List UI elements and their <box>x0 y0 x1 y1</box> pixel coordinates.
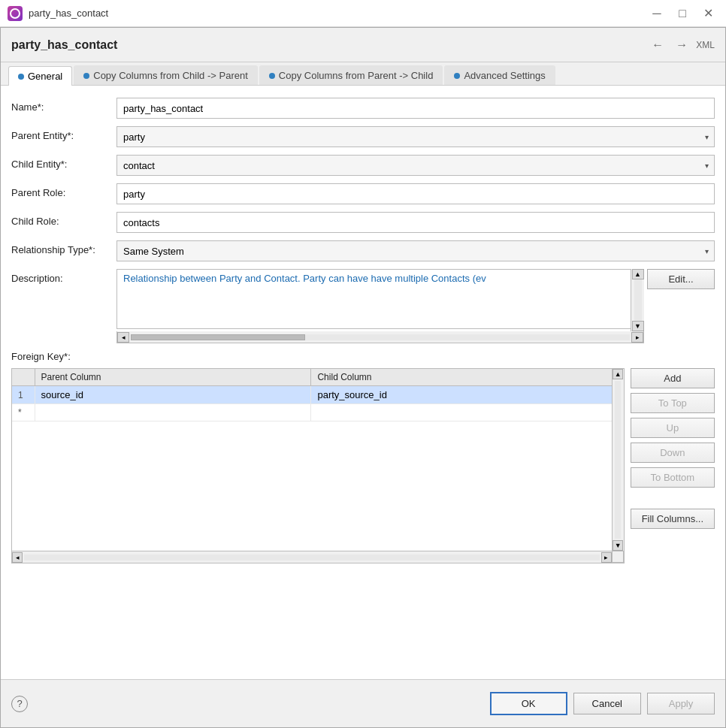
child-entity-field: contact ▾ <box>116 155 715 176</box>
name-row: Name*: <box>11 98 715 119</box>
parent-entity-select[interactable]: party <box>116 126 715 147</box>
fk-row-new-num: * <box>12 404 35 421</box>
tab-bar: General Copy Columns from Child -> Paren… <box>1 62 725 86</box>
description-label: Description: <box>11 269 116 284</box>
table-row[interactable]: * <box>12 404 623 421</box>
parent-entity-select-wrapper: party ▾ <box>116 126 715 147</box>
fk-col-child: Child Column <box>311 369 623 386</box>
fk-col-parent: Parent Column <box>35 369 311 386</box>
parent-role-label: Parent Role: <box>11 183 116 198</box>
tab-copy-parent-child[interactable]: Copy Columns from Parent -> Child <box>259 65 443 85</box>
parent-entity-field: party ▾ <box>116 126 715 147</box>
spacer <box>631 492 715 504</box>
fk-scrollbar-corner <box>612 551 624 563</box>
fk-v-scrollbar: ▲ ▼ <box>612 369 624 551</box>
fk-table: Parent Column Child Column 1 source_id p… <box>12 369 624 421</box>
description-content-wrapper: ▲ ▼ ◂ ▸ Edit... <box>116 269 715 343</box>
desc-scroll-right-btn[interactable]: ▸ <box>631 332 643 343</box>
fk-scroll-up-btn[interactable]: ▲ <box>613 369 623 379</box>
fk-section-label: Foreign Key*: <box>11 351 715 362</box>
fk-scroll-right-btn[interactable]: ▸ <box>601 552 612 563</box>
tab-dot-copy-child-parent <box>83 73 89 79</box>
child-role-input[interactable] <box>116 212 715 233</box>
fk-scroll-down-btn[interactable]: ▼ <box>613 540 623 551</box>
tab-copy-parent-child-label: Copy Columns from Parent -> Child <box>279 70 434 81</box>
app-icon <box>8 6 23 21</box>
cancel-button[interactable]: Cancel <box>573 693 641 714</box>
maximize-button[interactable]: □ <box>672 3 693 24</box>
description-textarea-outer: ▲ ▼ ◂ ▸ <box>116 269 644 343</box>
tab-copy-child-parent[interactable]: Copy Columns from Child -> Parent <box>74 65 258 85</box>
close-button[interactable]: ✕ <box>697 3 718 24</box>
child-role-label: Child Role: <box>11 212 116 227</box>
main-window: party_has_contact ← → XML General Copy C… <box>0 27 726 728</box>
ok-button[interactable]: OK <box>490 692 567 715</box>
bottom-bar: ? OK Cancel Apply <box>1 679 725 727</box>
tab-dot-general <box>18 74 24 80</box>
child-entity-row: Child Entity*: contact ▾ <box>11 155 715 176</box>
title-bar: party_has_contact ─ □ ✕ <box>0 0 726 27</box>
title-bar-text: party_has_contact <box>29 8 646 19</box>
window-title: party_has_contact <box>11 38 117 52</box>
tab-advanced-label: Advanced Settings <box>464 70 545 81</box>
parent-entity-label: Parent Entity*: <box>11 126 116 141</box>
parent-entity-row: Parent Entity*: party ▾ <box>11 126 715 147</box>
fk-row1-child: party_source_id <box>311 386 623 404</box>
help-button[interactable]: ? <box>11 696 28 712</box>
fill-columns-button[interactable]: Fill Columns... <box>631 509 715 529</box>
desc-scroll-left-btn[interactable]: ◂ <box>117 332 129 343</box>
desc-h-thumb <box>131 334 305 340</box>
parent-role-field <box>116 183 715 204</box>
desc-scroll-down-btn[interactable]: ▼ <box>632 321 644 331</box>
xml-label[interactable]: XML <box>696 40 715 50</box>
to-top-button[interactable]: To Top <box>631 393 715 413</box>
relationship-type-field: Same System ▾ <box>116 240 715 261</box>
name-input[interactable] <box>116 98 715 119</box>
name-label: Name*: <box>11 98 116 113</box>
relationship-type-label: Relationship Type*: <box>11 240 116 255</box>
add-button[interactable]: Add <box>631 368 715 388</box>
child-entity-select-wrapper: contact ▾ <box>116 155 715 176</box>
table-row[interactable]: 1 source_id party_source_id <box>12 386 623 404</box>
child-role-row: Child Role: <box>11 212 715 233</box>
tab-advanced-settings[interactable]: Advanced Settings <box>444 65 555 85</box>
fk-h-scrollbar: ◂ ▸ <box>12 551 612 563</box>
relationship-type-select[interactable]: Same System <box>116 240 715 261</box>
tab-dot-advanced <box>454 73 460 79</box>
parent-role-row: Parent Role: <box>11 183 715 204</box>
tab-copy-child-parent-label: Copy Columns from Child -> Parent <box>93 70 248 81</box>
up-button[interactable]: Up <box>631 418 715 438</box>
description-v-scrollbar: ▲ ▼ <box>631 269 644 331</box>
minimize-button[interactable]: ─ <box>646 3 667 24</box>
tab-general-label: General <box>28 71 62 82</box>
down-button[interactable]: Down <box>631 443 715 463</box>
desc-scroll-up-btn[interactable]: ▲ <box>632 269 644 279</box>
edit-description-button[interactable]: Edit... <box>647 269 715 289</box>
fk-col-num <box>12 369 35 386</box>
title-bar-controls: ─ □ ✕ <box>646 3 718 24</box>
fk-action-buttons: Add To Top Up Down To Bottom Fill Column… <box>631 368 715 529</box>
child-entity-select[interactable]: contact <box>116 155 715 176</box>
parent-role-input[interactable] <box>116 183 715 204</box>
window-header: party_has_contact ← → XML <box>1 28 725 62</box>
back-button[interactable]: ← <box>648 37 667 53</box>
desc-h-track <box>131 334 630 340</box>
to-bottom-button[interactable]: To Bottom <box>631 467 715 488</box>
apply-button[interactable]: Apply <box>647 693 715 714</box>
name-field <box>116 98 715 119</box>
fk-table-header-row: Parent Column Child Column <box>12 369 623 386</box>
fk-row-new-parent <box>35 404 311 421</box>
relationship-type-row: Relationship Type*: Same System ▾ <box>11 240 715 261</box>
tab-general[interactable]: General <box>8 66 72 86</box>
description-row: Description: ▲ ▼ ◂ ▸ <box>11 269 715 343</box>
content-area: Name*: Parent Entity*: party ▾ Child Ent… <box>1 86 725 679</box>
tab-dot-copy-parent-child <box>269 73 275 79</box>
fk-h-track <box>24 554 600 560</box>
description-h-scrollbar: ◂ ▸ <box>116 331 644 343</box>
child-entity-label: Child Entity*: <box>11 155 116 170</box>
child-role-field <box>116 212 715 233</box>
forward-button[interactable]: → <box>672 37 691 53</box>
fk-container: Parent Column Child Column 1 source_id p… <box>11 368 715 563</box>
fk-scroll-left-btn[interactable]: ◂ <box>12 552 23 563</box>
description-input[interactable] <box>116 269 644 329</box>
